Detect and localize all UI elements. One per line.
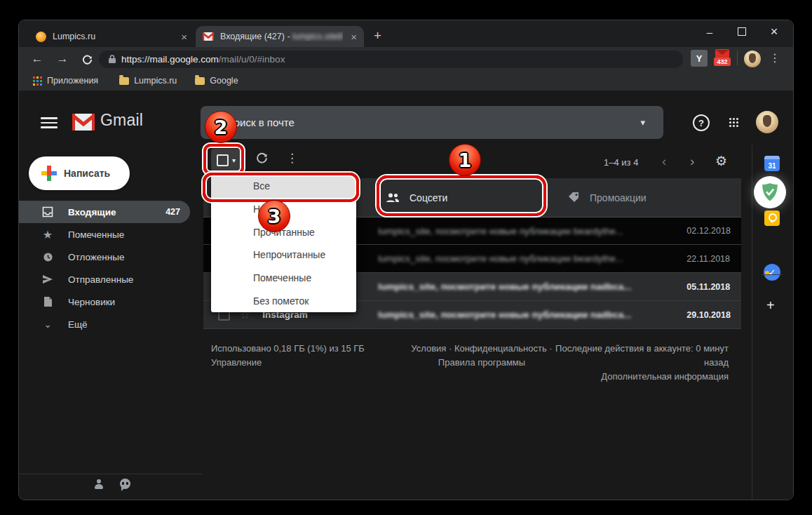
older-page-icon[interactable]: › [690, 154, 694, 169]
newer-page-icon[interactable]: ‹ [662, 154, 666, 169]
search-input[interactable]: Поиск в почте ▾ [201, 106, 663, 139]
sidebar-item-more[interactable]: ⌄ Ещё [19, 313, 190, 335]
gmail-logo-text: Gmail [100, 111, 143, 130]
tab-title: Входящие (427) - lumpics.site8 [220, 32, 343, 41]
bookmark-folder-lumpics[interactable]: Lumpics.ru [119, 76, 177, 86]
rail-mini-divider [762, 274, 783, 275]
close-tab-icon[interactable]: × [351, 32, 357, 42]
browser-menu-kebab-icon[interactable]: ⋮ [769, 51, 780, 65]
annotation-rect-social-tab [377, 175, 546, 216]
annotation-callout-2: 2 [205, 111, 237, 143]
mail-checker-extension-icon[interactable]: 432 [714, 49, 731, 67]
draft-icon [41, 295, 54, 308]
sidebar-item-sent[interactable]: Отправленные [19, 268, 190, 290]
bookmark-folder-google[interactable]: Google [195, 76, 238, 86]
extension-badge: 432 [714, 58, 731, 66]
browser-tab-gmail[interactable]: Входящие (427) - lumpics.site8 × [196, 26, 364, 47]
main-menu-hamburger-icon[interactable] [41, 117, 57, 128]
sidebar-item-inbox[interactable]: Входящие 427 [19, 201, 190, 223]
compose-plus-icon [41, 166, 57, 181]
maximize-icon [738, 27, 746, 36]
bookmark-label: Google [210, 76, 238, 86]
tasks-icon[interactable]: ✓ [764, 264, 780, 281]
search-options-caret-icon[interactable]: ▾ [640, 117, 645, 128]
gmail-logo-icon [72, 114, 95, 131]
refresh-icon[interactable] [256, 152, 268, 166]
details-link[interactable]: Дополнительная информация [518, 370, 729, 384]
storage-info: Использовано 0,18 ГБ (1%) из 15 ГБ Управ… [211, 342, 365, 370]
browser-tab-lumpics[interactable]: Lumpics.ru × [29, 26, 194, 47]
last-activity-text: Последние действия в аккаунте: 0 минут [518, 342, 729, 356]
more-options-kebab-icon[interactable]: ⋮ [286, 151, 298, 166]
gmail-app: Gmail Поиск в почте ▾ ? Написать Входящи… [19, 91, 793, 500]
toolbar-separator [737, 51, 738, 65]
compose-label: Написать [64, 168, 110, 179]
tab-title: Lumpics.ru [53, 32, 95, 41]
desktop-background: Lumpics.ru × Входящие (427) - lumpics.si… [0, 0, 812, 515]
address-bar[interactable]: https://mail.google.com/mail/u/0/#inbox … [99, 51, 683, 68]
email-subject-blurred: lumpics_site, посмотрите новые публикаци… [378, 309, 686, 320]
account-activity: Последние действия в аккаунте: 0 минут н… [518, 342, 729, 384]
settings-gear-icon[interactable]: ⚙ [715, 153, 727, 169]
hangouts-icon[interactable] [120, 479, 130, 489]
folder-icon [195, 77, 205, 85]
chevron-down-icon: ⌄ [41, 318, 54, 330]
sidebar-item-snoozed[interactable]: Отложенные [19, 246, 190, 268]
email-date: 05.11.2018 [686, 282, 730, 292]
help-icon[interactable]: ? [693, 114, 710, 131]
clock-icon [41, 250, 54, 263]
inbox-count-badge: 427 [165, 207, 180, 217]
email-subject-blurred: lumpics_site, посмотрите новые публикаци… [378, 253, 686, 264]
email-date: 22.11.2018 [686, 254, 730, 264]
bookmark-label: Приложения [47, 76, 98, 86]
star-icon: ★ [41, 228, 54, 241]
keep-icon[interactable] [764, 210, 780, 226]
pagination-range: 1–4 из 4 [604, 157, 638, 168]
back-icon[interactable]: ← [28, 47, 46, 71]
gmail-favicon [203, 32, 214, 41]
annotation-callout-1: 1 [449, 144, 481, 176]
lumpics-favicon [36, 32, 46, 42]
storage-usage-text: Использовано 0,18 ГБ (1%) из 15 ГБ [211, 342, 365, 356]
browser-window: Lumpics.ru × Входящие (427) - lumpics.si… [18, 20, 794, 500]
tab-label: Промоакции [590, 192, 647, 203]
browser-profile-avatar[interactable] [744, 51, 761, 67]
maximize-button[interactable] [730, 20, 754, 43]
annotation-rect-select-button [203, 144, 244, 175]
email-subject-blurred: lumpics_site, посмотрите новые публикаци… [378, 281, 686, 292]
reload-icon[interactable] [78, 47, 96, 71]
menu-item-unstarred[interactable]: Без пометок [211, 289, 356, 312]
apps-grid-icon [33, 76, 42, 86]
manage-storage-link[interactable]: Управление [211, 356, 365, 370]
menu-item-unread[interactable]: Непрочитанные [211, 243, 356, 267]
close-tab-icon[interactable]: × [181, 32, 187, 42]
extension-y-icon[interactable]: Y [691, 50, 708, 67]
contacts-icon[interactable] [93, 479, 104, 490]
annotation-callout-3: 3 [258, 200, 290, 232]
bookmark-label: Lumpics.ru [134, 76, 177, 86]
last-activity-text2: назад [518, 356, 729, 370]
browser-tab-strip: Lumpics.ru × Входящие (427) - lumpics.si… [19, 20, 793, 47]
new-tab-button[interactable]: + [374, 28, 381, 44]
add-addon-plus-icon[interactable]: + [766, 297, 775, 314]
email-date: 29.10.2018 [686, 310, 731, 320]
minimize-button[interactable]: – [698, 20, 722, 43]
sidebar-footer-divider [19, 474, 203, 474]
email-date: 02.12.2018 [686, 226, 731, 236]
forward-icon[interactable]: → [53, 47, 72, 71]
google-apps-grid-icon[interactable] [729, 118, 738, 127]
sidebar-item-starred[interactable]: ★ Помеченные [19, 223, 190, 246]
account-avatar[interactable] [756, 111, 778, 133]
tab-promotions[interactable]: Промоакции [568, 178, 647, 217]
menu-item-starred[interactable]: Помеченные [211, 267, 356, 290]
folder-icon [119, 77, 129, 85]
close-window-button[interactable]: × [762, 20, 786, 43]
send-icon [41, 273, 54, 286]
sidebar-item-drafts[interactable]: Черновики [19, 290, 190, 313]
bookmarks-bar: Приложения Lumpics.ru Google [19, 71, 793, 91]
calendar-icon[interactable]: 31 [764, 156, 780, 171]
bookmark-apps[interactable]: Приложения [33, 76, 98, 86]
right-rail-divider [752, 145, 752, 500]
adguard-shield-icon[interactable] [754, 176, 786, 208]
compose-button[interactable]: Написать [29, 156, 130, 190]
